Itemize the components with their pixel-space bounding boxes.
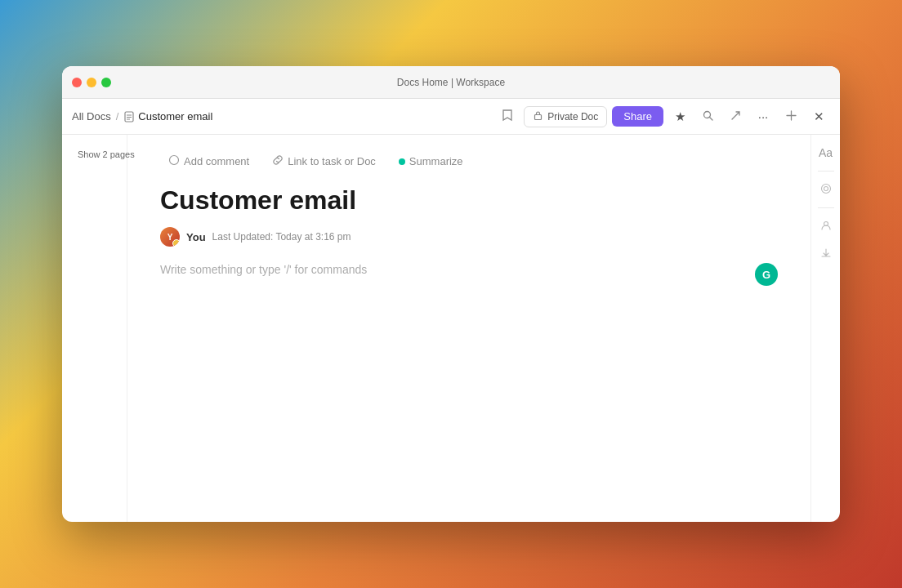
download-button[interactable]: [815, 243, 837, 265]
doc-title: Customer email: [160, 185, 778, 216]
export-button[interactable]: [724, 105, 747, 128]
svg-rect-4: [535, 114, 542, 119]
share-users-button[interactable]: [815, 215, 837, 238]
last-updated-label: Last Updated:: [212, 231, 274, 243]
summarize-label: Summarize: [409, 155, 463, 167]
close-icon: ✕: [814, 109, 824, 124]
last-updated: Last Updated: Today at 3:16 pm: [212, 231, 351, 243]
share-users-icon: [820, 220, 832, 234]
summarize-button[interactable]: Summarize: [394, 152, 468, 171]
doc-meta: Y You Last Updated: Today at 3:16 pm: [160, 227, 778, 247]
summarize-dot-icon: [399, 158, 405, 165]
avatar: Y: [160, 227, 180, 247]
toolbar: All Docs / Customer email: [62, 99, 840, 135]
breadcrumb-doc-name: Customer email: [138, 110, 212, 122]
private-doc-button[interactable]: Private Doc: [524, 106, 607, 127]
star-button[interactable]: ★: [668, 105, 691, 128]
show-pages-label: Show 2 pages: [78, 149, 135, 159]
title-bar: Docs Home | Workspace: [62, 66, 840, 99]
last-updated-value: Today at 3:16 pm: [275, 231, 351, 243]
align-icon: [820, 183, 832, 197]
link-task-button[interactable]: Link to task or Doc: [267, 151, 381, 172]
svg-point-10: [821, 184, 830, 193]
align-button[interactable]: [815, 178, 837, 201]
format-text-icon: Aa: [819, 146, 833, 159]
doc-floating-toolbar: Add comment Link to task or Doc Summariz…: [160, 151, 778, 172]
traffic-lights: [72, 78, 111, 87]
breadcrumb: All Docs / Customer email: [72, 110, 493, 122]
minimize-button[interactable]: [87, 78, 96, 87]
toolbar-actions: Private Doc Share ★: [496, 105, 830, 128]
format-text-button[interactable]: Aa: [815, 141, 837, 164]
search-icon: [702, 109, 714, 124]
maximize-button[interactable]: [101, 78, 111, 87]
close-toolbar-button[interactable]: ✕: [807, 105, 830, 128]
show-pages-button[interactable]: Show 2 pages: [69, 145, 120, 164]
right-sidebar: Aa: [810, 135, 840, 522]
collapse-button[interactable]: [779, 105, 802, 128]
main-layout: Show 2 pages Add comment: [62, 135, 840, 522]
share-label: Share: [623, 110, 652, 122]
svg-point-11: [824, 186, 828, 190]
svg-point-9: [170, 156, 179, 165]
avatar-badge: [172, 239, 180, 247]
app-window: Docs Home | Workspace All Docs / Custome…: [62, 66, 840, 522]
add-comment-button[interactable]: Add comment: [163, 151, 254, 172]
add-comment-label: Add comment: [184, 155, 249, 167]
link-task-label: Link to task or Doc: [288, 155, 376, 167]
more-button[interactable]: ···: [752, 105, 775, 128]
breadcrumb-current: Customer email: [123, 110, 212, 122]
doc-icon: [123, 111, 135, 122]
window-title: Docs Home | Workspace: [397, 77, 505, 88]
more-icon: ···: [758, 109, 769, 123]
author-name: You: [186, 231, 206, 243]
close-button[interactable]: [72, 78, 82, 87]
doc-area[interactable]: Add comment Link to task or Doc Summariz…: [127, 135, 810, 522]
bookmark-icon-button[interactable]: [496, 105, 519, 128]
ai-indicator: G: [755, 263, 778, 286]
share-button[interactable]: Share: [612, 106, 663, 127]
breadcrumb-all-docs[interactable]: All Docs: [72, 110, 111, 122]
editor-placeholder: Write something or type '/' for commands: [160, 263, 367, 276]
right-divider-1: [818, 171, 834, 172]
export-icon: [730, 109, 742, 124]
bookmark-icon: [501, 109, 514, 124]
link-icon: [272, 154, 284, 168]
private-doc-label: Private Doc: [547, 111, 598, 122]
star-icon: ★: [675, 109, 685, 124]
lock-icon: [533, 110, 543, 123]
svg-line-6: [709, 117, 712, 120]
doc-editor[interactable]: Write something or type '/' for commands…: [160, 263, 778, 508]
right-divider-2: [818, 207, 834, 208]
collapse-icon: [785, 109, 797, 124]
search-button[interactable]: [696, 105, 719, 128]
breadcrumb-separator: /: [116, 110, 119, 122]
left-sidebar: Show 2 pages: [62, 135, 127, 522]
comment-icon: [168, 154, 180, 168]
download-icon: [820, 247, 832, 261]
